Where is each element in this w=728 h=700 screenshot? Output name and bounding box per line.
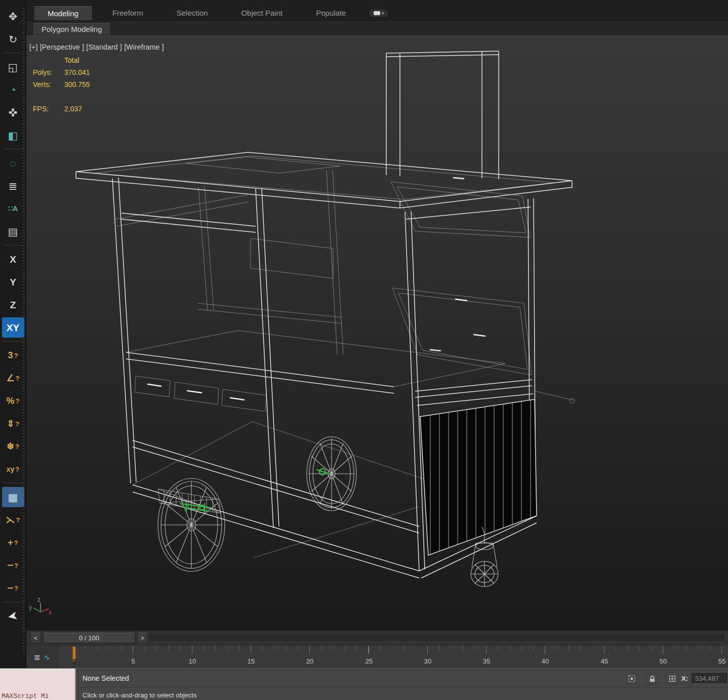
selection-region-button[interactable]: ◱ xyxy=(2,57,24,77)
ruler-tick-label: 20 xyxy=(306,657,313,665)
region-icon: ◱ xyxy=(8,62,18,72)
ruler-tick-label: 5 xyxy=(131,657,135,665)
grid-align-button[interactable]: ∷A xyxy=(2,198,24,219)
question-mark-icon: ? xyxy=(15,443,19,450)
front-wheel[interactable] xyxy=(158,478,225,571)
stat-row-verts: Verts:300.755 xyxy=(33,80,90,93)
stat-row-total: Total xyxy=(33,56,90,68)
slatted-panel[interactable] xyxy=(420,399,537,555)
green-hardware[interactable] xyxy=(180,469,330,513)
maxscript-mini-listener[interactable]: MAXScript Mi xyxy=(0,669,76,700)
axis-xy-button[interactable]: XY xyxy=(2,317,24,338)
x-coordinate-field[interactable]: 534,487 xyxy=(692,673,727,684)
question-mark-icon: ? xyxy=(14,562,18,569)
chevron-down-icon: ▾ xyxy=(382,11,384,16)
axis-y-button[interactable]: Y xyxy=(2,272,24,292)
question-mark-icon: ? xyxy=(16,517,20,523)
stat-fps-value: 2,037 xyxy=(64,105,82,113)
tab-modeling[interactable]: Modeling xyxy=(33,6,93,20)
grid-snap-toggle-button[interactable]: ▦ xyxy=(2,487,24,507)
absolute-mode-button[interactable] xyxy=(666,673,678,684)
prompt-line: Click or click-and-drag to select object… xyxy=(83,691,196,699)
key-mode-icon[interactable]: ≣ xyxy=(34,653,41,662)
script-3-button[interactable]: 3? xyxy=(2,345,24,365)
curve-editor-icon[interactable]: ∿ xyxy=(44,653,51,662)
script-angle-button[interactable]: ∠? xyxy=(2,368,24,388)
toolbar-separator xyxy=(4,483,23,483)
previous-frame-button[interactable]: < xyxy=(30,633,41,643)
rotate-icon: ↻ xyxy=(9,34,18,45)
named-selections-button[interactable]: ≣ xyxy=(2,176,24,196)
next-frame-button[interactable]: > xyxy=(137,633,148,643)
wireframe-model[interactable]: z y x xyxy=(26,36,728,630)
mirror-button[interactable]: ◧ xyxy=(2,125,24,145)
mirror-icon: ◧ xyxy=(8,130,18,141)
axis-x-label: x xyxy=(49,609,52,616)
time-slider-row: < 0 / 100 > xyxy=(26,630,728,645)
ribbon-state-icon xyxy=(374,11,380,15)
viewport-label[interactable]: [+] [Perspective ] [Standard ] [Wirefram… xyxy=(29,43,164,51)
transform-gizmo-button[interactable]: ✜ xyxy=(2,102,24,122)
wire-basket[interactable] xyxy=(158,489,221,513)
tab-selection[interactable]: Selection xyxy=(163,6,222,20)
y-axis-icon: Y xyxy=(10,277,16,287)
script-percent-button[interactable]: %? xyxy=(2,391,24,411)
tab-populate[interactable]: Populate xyxy=(302,6,359,20)
middle-wheel[interactable] xyxy=(307,437,356,511)
x-coordinate-label: X: xyxy=(681,675,688,682)
ruler-grid-button[interactable]: ▤ xyxy=(2,221,24,241)
stat-verts-label: Verts: xyxy=(33,80,64,89)
ruler-tick-label: 15 xyxy=(248,657,255,665)
toolbar-separator xyxy=(4,602,23,602)
script-ik-button[interactable]: ⋋? xyxy=(2,510,24,530)
xy-axis-icon: XY xyxy=(7,323,19,333)
script-dash-a-button[interactable]: ╌? xyxy=(2,555,24,575)
script-offset-button[interactable]: ⇕? xyxy=(2,414,24,434)
stat-row-polys: Polys:370.041 xyxy=(33,68,90,80)
plus-icon: + xyxy=(8,538,13,547)
perspective-viewport[interactable]: z y x [+] [Perspective ] [Standard ] [Wi… xyxy=(26,35,728,630)
selection-lock-button[interactable] xyxy=(646,673,658,684)
question-mark-icon: ? xyxy=(15,466,19,473)
track-bar-ruler[interactable]: 0 5 10 15 20 25 30 35 40 45 50 55 xyxy=(58,646,728,669)
soft-selection-button[interactable]: ◌ xyxy=(2,153,24,173)
ruler-tick-label: 45 xyxy=(601,657,608,665)
ruler-tick-label: 50 xyxy=(660,657,667,665)
toolbar-grip[interactable] xyxy=(22,8,25,654)
track-bar-tools: ≣ ∿ xyxy=(26,646,58,669)
time-slider-handle[interactable]: 0 / 100 xyxy=(43,633,135,643)
question-mark-icon: ? xyxy=(15,421,19,427)
axis-tripod: z y x xyxy=(29,596,52,616)
ruler-tick-label: 30 xyxy=(424,657,431,665)
select-and-rotate-button[interactable]: ↻ xyxy=(2,29,24,49)
select-arrow-button[interactable]: ➤ xyxy=(2,606,24,626)
move-icon: ✥ xyxy=(9,11,18,22)
tab-object-paint[interactable]: Object Paint xyxy=(227,6,296,20)
status-bar: MAXScript Mi None Selected Click or clic… xyxy=(0,668,728,700)
tab-freeform[interactable]: Freeform xyxy=(99,6,157,20)
script-add-button[interactable]: +? xyxy=(2,532,24,553)
ribbon: Modeling Freeform Selection Object Paint… xyxy=(26,0,728,35)
isolate-selection-button[interactable] xyxy=(626,673,638,684)
script-xy-button[interactable]: xy? xyxy=(2,459,24,479)
axis-z-button[interactable]: Z xyxy=(2,295,24,315)
ribbon-tab-bar: Modeling Freeform Selection Object Paint… xyxy=(26,0,728,20)
angle-snap-button[interactable]: ◔ xyxy=(2,79,24,100)
script-dash-b-button[interactable]: ┄? xyxy=(2,578,24,598)
stat-polys-value: 370.041 xyxy=(64,68,90,76)
select-and-move-button[interactable]: ✥ xyxy=(2,6,24,26)
question-mark-icon: ? xyxy=(14,352,18,359)
ruler-tick-label: 10 xyxy=(189,657,196,665)
question-mark-icon: ? xyxy=(16,375,20,382)
status-divider xyxy=(76,687,728,688)
ribbon-config-button[interactable]: ▾ xyxy=(369,9,389,18)
gizmo-icon: ✜ xyxy=(9,107,18,118)
time-slider-track[interactable] xyxy=(150,635,724,642)
script-freeze-button[interactable]: ❄? xyxy=(2,436,24,457)
stat-row-fps: FPS:2,037 xyxy=(33,105,90,117)
stat-polys-label: Polys: xyxy=(33,68,64,76)
list-icon: ≣ xyxy=(9,181,18,191)
axis-x-button[interactable]: X xyxy=(2,249,24,269)
percent-icon: % xyxy=(7,396,15,405)
panel-polygon-modeling[interactable]: Polygon Modeling xyxy=(32,22,111,35)
